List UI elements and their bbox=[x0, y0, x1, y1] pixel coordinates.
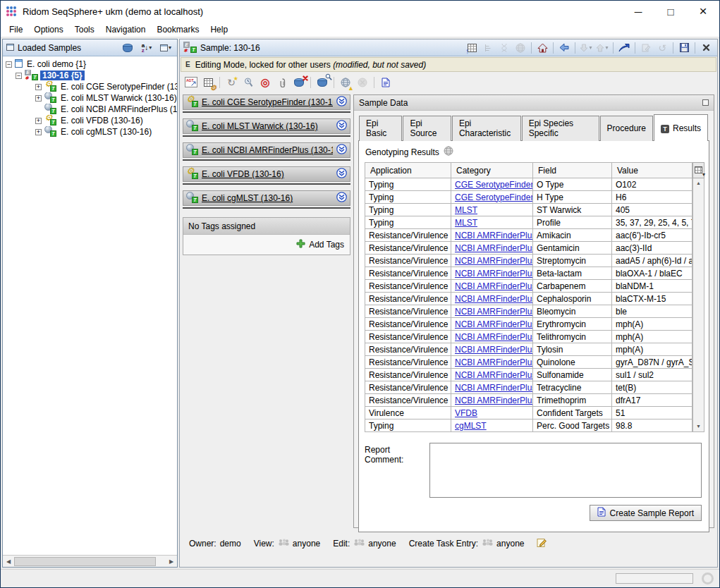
category-link[interactable]: NCBI AMRFinderPlus bbox=[455, 269, 533, 278]
target-icon[interactable]: ◎ bbox=[257, 75, 273, 90]
tab-epi-basic[interactable]: Epi Basic bbox=[359, 116, 402, 141]
analysis-section-link[interactable]: E. coli NCBI AMRFinderPlus (130-16) bbox=[202, 145, 333, 155]
expand-node-icon[interactable]: + bbox=[35, 129, 42, 135]
pin-clock-icon[interactable] bbox=[240, 75, 256, 90]
tree-item[interactable]: +TE. coli cgMLST (130-16) bbox=[3, 126, 177, 137]
tree-horizontal-scrollbar[interactable]: ◀ ▶ bbox=[3, 555, 177, 567]
category-link[interactable]: NCBI AMRFinderPlus bbox=[455, 370, 533, 380]
category-link[interactable]: NCBI AMRFinderPlus bbox=[455, 281, 533, 291]
menu-help[interactable]: Help bbox=[205, 23, 233, 37]
category-link[interactable]: NCBI AMRFinderPlus bbox=[455, 319, 533, 329]
create-sample-report-button[interactable]: Create Sample Report bbox=[590, 505, 702, 521]
scroll-left-icon[interactable]: ◀ bbox=[3, 558, 14, 565]
submit-table-icon[interactable]: ↑ bbox=[464, 41, 480, 55]
column-header-category[interactable]: Category bbox=[451, 163, 533, 178]
analysis-section-link[interactable]: E. coli cgMLST (130-16) bbox=[202, 193, 333, 203]
chevron-double-down-icon[interactable] bbox=[336, 120, 347, 133]
cell-application: Typing bbox=[365, 216, 451, 229]
collapse-node-icon[interactable]: − bbox=[6, 61, 12, 68]
table-settings-icon[interactable]: ⚙ bbox=[200, 75, 216, 90]
chevron-double-down-icon[interactable] bbox=[336, 168, 347, 180]
category-link[interactable]: NCBI AMRFinderPlus bbox=[455, 256, 533, 266]
report-comment-input[interactable] bbox=[429, 443, 702, 498]
analysis-sections: ⚙TE. coli CGE SerotypeFinder (130-16)TE.… bbox=[183, 94, 350, 255]
analysis-section-link[interactable]: E. coli MLST Warwick (130-16) bbox=[202, 121, 333, 131]
scroll-right-icon[interactable]: ▶ bbox=[166, 558, 177, 565]
globe-upload-icon[interactable]: ▲ bbox=[338, 75, 353, 90]
chevron-double-down-icon[interactable] bbox=[336, 144, 347, 157]
category-link[interactable]: cgMLST bbox=[455, 421, 487, 431]
expand-node-icon[interactable]: + bbox=[35, 95, 42, 102]
tree-item[interactable]: −E. coli demo {1} bbox=[3, 59, 177, 70]
layout-icon[interactable]: ▾ bbox=[158, 41, 173, 55]
pipeline-globe-icon: T bbox=[44, 104, 56, 115]
menu-options[interactable]: Options bbox=[28, 23, 68, 37]
category-link[interactable]: VFDB bbox=[455, 408, 477, 418]
close-icon[interactable] bbox=[698, 41, 714, 55]
tree-item[interactable]: +⚙TE. coli VFDB (130-16) bbox=[3, 115, 177, 126]
add-tags-button[interactable]: Add Tags bbox=[296, 239, 344, 250]
home-icon[interactable] bbox=[535, 41, 550, 55]
collapse-node-icon[interactable]: − bbox=[16, 73, 22, 79]
category-link[interactable]: NCBI AMRFinderPlus bbox=[455, 243, 533, 253]
report-icon[interactable] bbox=[378, 75, 393, 90]
collapse-icon[interactable] bbox=[702, 99, 709, 106]
category-link[interactable]: NCBI AMRFinderPlus bbox=[455, 231, 533, 240]
category-link[interactable]: NCBI AMRFinderPlus bbox=[455, 294, 533, 304]
category-link[interactable]: MLST bbox=[455, 205, 477, 215]
analysis-section-link[interactable]: E. coli CGE SerotypeFinder (130-16) bbox=[202, 97, 333, 107]
scroll-up-icon[interactable]: ▲ bbox=[696, 180, 701, 187]
tree-item[interactable]: +⚙TE. coli CGE SerotypeFinder (130-16) bbox=[3, 81, 177, 92]
menu-navigation[interactable]: Navigation bbox=[100, 23, 152, 37]
category-link[interactable]: NCBI AMRFinderPlus bbox=[455, 345, 533, 355]
category-link[interactable]: NCBI AMRFinderPlus bbox=[455, 332, 533, 342]
column-config-icon[interactable]: ▾ bbox=[692, 162, 704, 178]
analysis-section-link[interactable]: E. coli VFDB (130-16) bbox=[202, 169, 333, 179]
attachment-icon[interactable] bbox=[274, 75, 290, 90]
reanalyze-icon[interactable]: ↻★ bbox=[224, 75, 239, 90]
sort-az-icon[interactable]: az↓▾ bbox=[139, 41, 154, 55]
tab-epi-characteristic[interactable]: Epi Characteristic bbox=[452, 116, 521, 141]
tree-item[interactable]: +TE. coli MLST Warwick (130-16) bbox=[3, 92, 177, 104]
tab-results[interactable]: TResults bbox=[654, 114, 708, 141]
chevron-double-down-icon[interactable] bbox=[336, 192, 347, 204]
tree-item[interactable]: −E✱T130-16 {5} bbox=[3, 70, 177, 81]
tab-epi-source[interactable]: Epi Source bbox=[403, 116, 451, 141]
maximize-button[interactable]: □ bbox=[654, 1, 687, 22]
minimize-button[interactable]: ─ bbox=[622, 1, 654, 22]
category-link[interactable]: CGE SerotypeFinder bbox=[455, 192, 533, 202]
column-header-field[interactable]: Field bbox=[533, 163, 612, 178]
forward-swoosh-icon[interactable] bbox=[616, 41, 632, 55]
category-link[interactable]: NCBI AMRFinderPlus bbox=[455, 357, 533, 367]
menu-tools[interactable]: Tools bbox=[69, 23, 100, 37]
back-icon[interactable] bbox=[556, 41, 572, 55]
database-icon[interactable] bbox=[120, 41, 135, 55]
scroll-down-icon[interactable]: ▼ bbox=[696, 423, 701, 430]
save-icon[interactable] bbox=[676, 41, 692, 55]
tree-item[interactable]: TE. coli NCBI AMRFinderPlus (130-16) bbox=[3, 104, 177, 115]
edit-note-icon[interactable] bbox=[537, 537, 547, 550]
category-link[interactable]: CGE SerotypeFinder bbox=[455, 180, 533, 190]
category-link[interactable]: NCBI AMRFinderPlus bbox=[455, 383, 533, 393]
chevron-double-down-icon[interactable] bbox=[336, 96, 347, 109]
menu-bookmarks[interactable]: Bookmarks bbox=[151, 23, 205, 37]
cell-field: Streptomycin bbox=[533, 255, 612, 267]
agt-export-icon[interactable]: AGT bbox=[183, 75, 199, 90]
expand-node-icon[interactable]: + bbox=[35, 84, 42, 90]
search-database-icon[interactable] bbox=[315, 75, 330, 90]
category-link[interactable]: NCBI AMRFinderPlus bbox=[455, 307, 533, 317]
status-circle-icon bbox=[702, 572, 714, 584]
scroll-thumb[interactable] bbox=[14, 557, 156, 566]
cell-application: Resistance/Virulence bbox=[365, 280, 451, 293]
close-button[interactable]: × bbox=[687, 1, 719, 22]
delete-database-icon[interactable] bbox=[291, 75, 307, 90]
menu-file[interactable]: File bbox=[4, 23, 28, 37]
category-link[interactable]: MLST bbox=[455, 218, 477, 228]
table-vertical-scrollbar[interactable]: ▲ ▼ bbox=[692, 178, 704, 432]
column-header-application[interactable]: Application bbox=[365, 163, 451, 178]
expand-node-icon[interactable]: + bbox=[35, 118, 42, 124]
column-header-value[interactable]: Value bbox=[612, 163, 692, 178]
tab-procedure[interactable]: Procedure bbox=[600, 116, 653, 141]
category-link[interactable]: NCBI AMRFinderPlus bbox=[455, 396, 533, 405]
tab-epi-species-specific[interactable]: Epi Species Specific bbox=[522, 116, 599, 141]
